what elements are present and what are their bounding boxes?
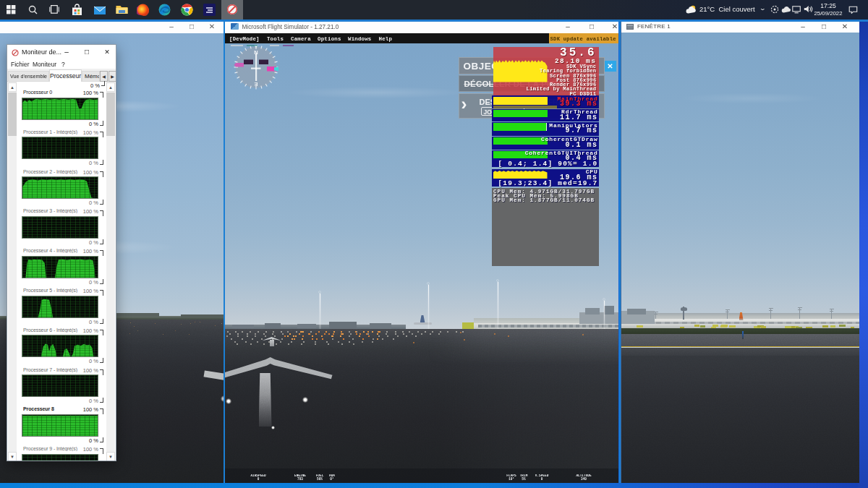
svg-text:E: E — [254, 81, 258, 87]
